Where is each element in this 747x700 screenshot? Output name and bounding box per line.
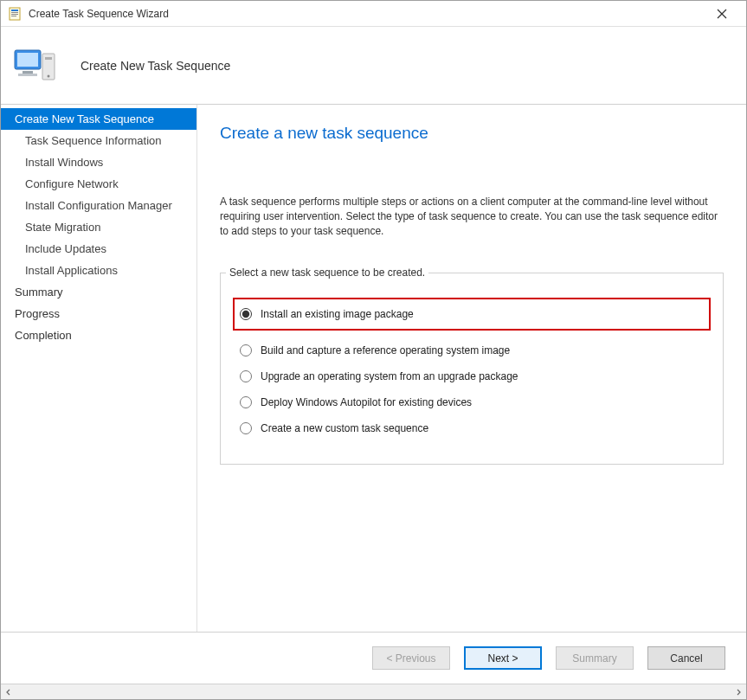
scroll-left-button[interactable] xyxy=(1,684,16,699)
task-sequence-radio-0[interactable] xyxy=(240,308,252,320)
svg-rect-1 xyxy=(11,10,18,11)
sidebar-step-1[interactable]: Task Sequence Information xyxy=(1,130,196,151)
task-sequence-label-3: Deploy Windows Autopilot for existing de… xyxy=(261,396,472,408)
wizard-header-icon xyxy=(11,42,60,90)
close-button[interactable] xyxy=(705,1,739,27)
task-sequence-option-1[interactable]: Build and capture a reference operating … xyxy=(240,337,704,363)
task-sequence-radio-4[interactable] xyxy=(240,422,252,434)
page-title: Create a new task sequence xyxy=(220,124,724,143)
sidebar-step-8[interactable]: Summary xyxy=(1,281,196,303)
window-title: Create Task Sequence Wizard xyxy=(29,8,705,20)
task-sequence-label-2: Upgrade an operating system from an upgr… xyxy=(261,370,518,382)
wizard-header: Create New Task Sequence xyxy=(1,27,746,105)
svg-rect-12 xyxy=(45,57,52,60)
task-sequence-option-0[interactable]: Install an existing image package xyxy=(233,298,711,331)
scroll-right-button[interactable] xyxy=(731,684,746,699)
app-icon xyxy=(8,7,22,21)
sidebar-step-3[interactable]: Configure Network xyxy=(1,173,196,195)
wizard-content: Create a new task sequence A task sequen… xyxy=(197,105,746,632)
chevron-left-icon xyxy=(5,689,12,696)
svg-rect-9 xyxy=(23,71,33,74)
svg-rect-4 xyxy=(11,16,16,16)
cancel-button[interactable]: Cancel xyxy=(647,646,725,670)
sidebar-step-6[interactable]: Include Updates xyxy=(1,238,196,260)
task-sequence-radio-3[interactable] xyxy=(240,396,252,408)
sidebar-step-4[interactable]: Install Configuration Manager xyxy=(1,195,196,216)
svg-rect-3 xyxy=(11,14,18,15)
task-sequence-radio-2[interactable] xyxy=(240,370,252,382)
task-sequence-option-3[interactable]: Deploy Windows Autopilot for existing de… xyxy=(240,389,704,415)
previous-button: < Previous xyxy=(372,646,450,670)
task-sequence-label-4: Create a new custom task sequence xyxy=(261,422,428,434)
horizontal-scrollbar[interactable] xyxy=(1,684,746,699)
svg-point-13 xyxy=(48,74,50,77)
group-legend: Select a new task sequence to be created… xyxy=(226,267,428,279)
summary-button: Summary xyxy=(556,646,634,670)
sidebar-step-10[interactable]: Completion xyxy=(1,324,196,346)
wizard-header-subtitle: Create New Task Sequence xyxy=(80,59,230,73)
sidebar-step-0[interactable]: Create New Task Sequence xyxy=(1,108,196,130)
task-sequence-label-1: Build and capture a reference operating … xyxy=(261,344,510,356)
close-icon xyxy=(717,9,727,19)
svg-rect-10 xyxy=(18,74,37,76)
wizard-window: Create Task Sequence Wizard Create New T… xyxy=(0,0,747,700)
wizard-body: Create New Task SequenceTask Sequence In… xyxy=(1,105,746,632)
task-sequence-option-2[interactable]: Upgrade an operating system from an upgr… xyxy=(240,363,704,389)
wizard-footer: < Previous Next > Summary Cancel xyxy=(1,632,746,684)
task-sequence-type-group: Select a new task sequence to be created… xyxy=(220,273,724,465)
sidebar-step-5[interactable]: State Migration xyxy=(1,216,196,238)
titlebar: Create Task Sequence Wizard xyxy=(1,1,746,27)
wizard-sidebar: Create New Task SequenceTask Sequence In… xyxy=(1,105,197,632)
page-description: A task sequence performs multiple steps … xyxy=(220,195,724,238)
task-sequence-radio-1[interactable] xyxy=(240,344,252,356)
scroll-track[interactable] xyxy=(16,684,731,699)
sidebar-step-2[interactable]: Install Windows xyxy=(1,151,196,173)
svg-rect-2 xyxy=(11,12,18,13)
task-sequence-label-0: Install an existing image package xyxy=(261,308,414,320)
chevron-right-icon xyxy=(735,689,742,696)
svg-rect-8 xyxy=(17,53,38,67)
sidebar-step-9[interactable]: Progress xyxy=(1,303,196,324)
task-sequence-option-4[interactable]: Create a new custom task sequence xyxy=(240,415,704,441)
sidebar-step-7[interactable]: Install Applications xyxy=(1,260,196,281)
next-button[interactable]: Next > xyxy=(464,646,542,670)
